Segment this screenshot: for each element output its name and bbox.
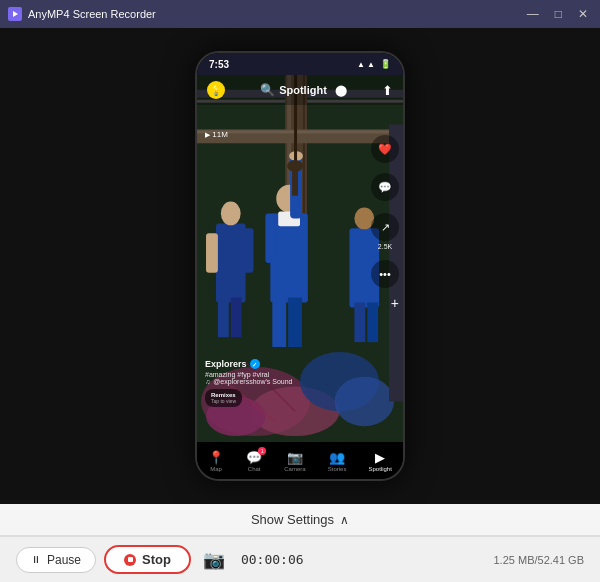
map-label: Map: [210, 466, 222, 472]
svg-rect-16: [270, 213, 308, 302]
main-area: 7:53 ▲ ▲ 🔋 💡 🔍 Spotlight ⬤ ⬆: [0, 28, 600, 504]
tiktok-topbar: 💡 🔍 Spotlight ⬤ ⬆: [197, 75, 403, 105]
settings-bar[interactable]: Show Settings ∧: [0, 504, 600, 536]
nav-map[interactable]: 📍 Map: [208, 450, 224, 472]
svg-rect-12: [206, 233, 218, 273]
title-bar: AnyMP4 Screen Recorder — □ ✕: [0, 0, 600, 28]
bottom-toolbar: ⏸ Pause Stop 📷 00:00:06 1.25 MB/52.41 GB: [0, 536, 600, 582]
close-button[interactable]: ✕: [574, 6, 592, 22]
more-icon: •••: [371, 260, 399, 288]
maximize-button[interactable]: □: [551, 6, 566, 22]
settings-label: Show Settings: [251, 512, 334, 527]
svg-rect-35: [292, 166, 298, 196]
nav-chat[interactable]: 💬 1 Chat: [246, 450, 262, 472]
svg-rect-13: [244, 228, 254, 273]
stop-button[interactable]: Stop: [104, 545, 191, 574]
spotlight-title: Spotlight: [279, 84, 327, 96]
share-count: 2.5K: [378, 243, 392, 250]
username: Explorers ✓: [205, 359, 395, 369]
stories-icon: 👥: [329, 450, 345, 465]
spotlight-label: Spotlight: [369, 466, 392, 472]
minimize-button[interactable]: —: [523, 6, 543, 22]
svg-rect-14: [218, 298, 229, 338]
camera-label: Camera: [284, 466, 305, 472]
camera-nav-icon: 📷: [287, 450, 303, 465]
comment-icon: 💬: [371, 173, 399, 201]
window-controls: — □ ✕: [523, 6, 592, 22]
app-title: AnyMP4 Screen Recorder: [28, 8, 156, 20]
pause-icon: ⏸: [31, 554, 41, 565]
bulb-icon: 💡: [207, 81, 225, 99]
search-icon: 🔍: [260, 83, 275, 97]
share-icon: ⬆: [382, 83, 393, 98]
nav-stories[interactable]: 👥 Stories: [328, 450, 347, 472]
svg-rect-15: [231, 298, 242, 338]
svg-rect-26: [354, 303, 365, 343]
stop-icon-inner: [128, 557, 133, 562]
phone-status-icons: ▲ ▲ 🔋: [357, 59, 391, 69]
title-bar-left: AnyMP4 Screen Recorder: [8, 7, 156, 21]
svg-rect-27: [367, 303, 378, 343]
svg-point-11: [221, 202, 241, 226]
svg-rect-20: [265, 213, 275, 262]
timer-display: 00:00:06: [241, 552, 304, 567]
svg-rect-22: [272, 298, 286, 347]
pause-button[interactable]: ⏸ Pause: [16, 547, 96, 573]
view-count: ▶ 11M: [205, 130, 228, 139]
verified-badge: ✓: [250, 359, 260, 369]
heart-icon: ❤️: [371, 135, 399, 163]
tiktok-navbar: 📍 Map 💬 1 Chat 📷 Camera 👥 Stories ▶ Spot…: [197, 441, 403, 479]
svg-rect-10: [216, 223, 246, 302]
storage-info: 1.25 MB/52.41 GB: [494, 554, 585, 566]
nav-spotlight[interactable]: ▶ Spotlight: [369, 450, 392, 472]
sound-info: ♫ @explorersshow's Sound: [205, 378, 395, 385]
share-icon: ↗: [371, 213, 399, 241]
right-icons: ❤️ 💬 ↗ 2.5K •••: [371, 135, 399, 288]
svg-rect-23: [288, 298, 302, 347]
chat-label: Chat: [248, 466, 261, 472]
stop-icon: [124, 554, 136, 566]
stories-label: Stories: [328, 466, 347, 472]
screenshot-button[interactable]: 📷: [199, 545, 229, 575]
remixes-box: Remixes Tap to view: [205, 389, 242, 407]
hashtags: #amazing #fyp #viral: [205, 371, 395, 378]
phone-mockup: 7:53 ▲ ▲ 🔋 💡 🔍 Spotlight ⬤ ⬆: [195, 51, 405, 481]
nav-camera[interactable]: 📷 Camera: [284, 450, 305, 472]
spotlight-icon: ▶: [375, 450, 385, 465]
camera-icon: 📷: [203, 550, 225, 570]
map-icon: 📍: [208, 450, 224, 465]
video-area: ▶ 11M + ❤️ 💬 ↗ 2.5K •••: [197, 75, 403, 441]
phone-status-bar: 7:53 ▲ ▲ 🔋: [197, 53, 403, 75]
chat-badge-dot: 1: [258, 447, 266, 455]
plus-overlay: +: [391, 295, 399, 311]
pause-label: Pause: [47, 553, 81, 567]
phone-time: 7:53: [209, 59, 229, 70]
gray-dot: ⬤: [335, 84, 347, 97]
chevron-up-icon: ∧: [340, 513, 349, 527]
stop-label: Stop: [142, 552, 171, 567]
app-icon: [8, 7, 22, 21]
tiktok-user-info: Explorers ✓ #amazing #fyp #viral ♫ @expl…: [197, 359, 403, 407]
